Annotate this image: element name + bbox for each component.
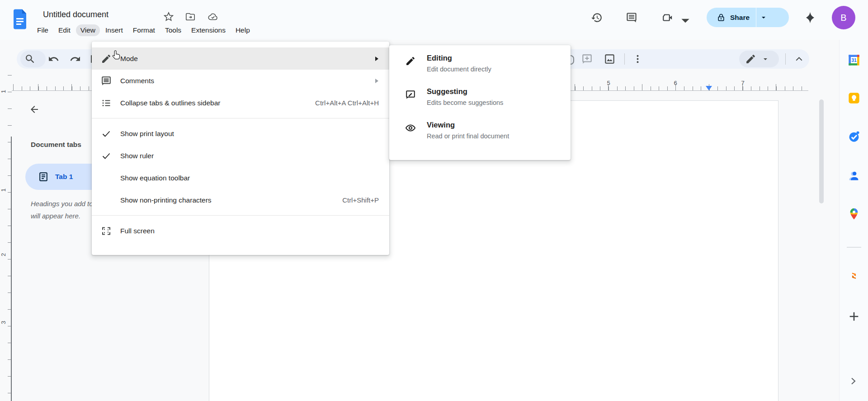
pencil-icon [101, 53, 112, 64]
menubar-item-tools[interactable]: Tools [160, 24, 186, 36]
add-comment-icon[interactable] [581, 53, 593, 65]
back-arrow-icon[interactable] [29, 104, 40, 115]
comments-icon[interactable] [626, 12, 637, 24]
check-icon [101, 151, 112, 161]
share-split-divider [756, 8, 756, 27]
menubar-item-format[interactable]: Format [128, 24, 160, 36]
get-addons-plus-icon[interactable] [848, 310, 860, 323]
submenu-item-description: Edit document directly [427, 66, 491, 73]
google-maps-icon[interactable] [848, 208, 860, 220]
menu-item-collapse-tabs-sidebar[interactable]: Collapse tabs & outlines sidebar Ctrl+Al… [92, 92, 389, 114]
menubar-item-help[interactable]: Help [231, 24, 255, 36]
menu-item-label: Show ruler [120, 152, 154, 160]
submenu-item-suggesting[interactable]: Suggesting Edits become suggestions [389, 82, 571, 115]
ruler-number: 5 [604, 80, 613, 86]
menu-divider [92, 215, 389, 216]
comment-bubble-icon [101, 75, 112, 86]
undo-icon[interactable] [48, 53, 59, 65]
google-calendar-icon[interactable]: 31 [848, 54, 860, 66]
video-call-caret-icon[interactable] [679, 15, 691, 27]
avatar[interactable]: B [832, 6, 855, 29]
submenu-item-description: Read or print final document [427, 132, 509, 140]
version-history-icon[interactable] [591, 12, 603, 24]
tab-document-icon [38, 171, 49, 182]
menu-item-mode[interactable]: Mode [92, 47, 389, 70]
submenu-item-editing[interactable]: Editing Edit document directly [389, 48, 571, 82]
vertical-ruler-margin-line [11, 137, 12, 401]
no-icon [101, 173, 112, 184]
right-indent-marker[interactable] [706, 86, 712, 90]
check-icon [101, 128, 112, 139]
vruler-number: 3 [0, 321, 7, 324]
menu-item-full-screen[interactable]: Full screen [92, 220, 389, 242]
menu-item-label: Full screen [120, 227, 155, 235]
editing-mode-caret-icon[interactable] [763, 57, 768, 62]
menu-divider [92, 118, 389, 118]
suggest-bubble-pencil-icon [405, 89, 416, 100]
redo-icon[interactable] [70, 53, 81, 65]
menu-item-label: Collapse tabs & outlines sidebar [120, 99, 220, 107]
menu-item-shortcut: Ctrl+Shift+P [342, 196, 379, 204]
submenu-item-title: Suggesting [427, 87, 503, 96]
star-icon[interactable] [164, 12, 174, 22]
vruler-number: 2 [0, 253, 7, 256]
hide-side-panel-icon[interactable] [848, 376, 859, 387]
menu-item-show-ruler[interactable]: Show ruler [92, 145, 389, 167]
move-to-folder-icon[interactable] [185, 12, 195, 22]
insert-image-icon[interactable] [604, 53, 615, 65]
share-label: Share [730, 14, 750, 22]
menu-item-show-print-layout[interactable]: Show print layout [92, 123, 389, 145]
google-keep-icon[interactable] [848, 92, 860, 104]
menubar-item-insert[interactable]: Insert [101, 24, 127, 36]
menu-item-label: Show equation toolbar [120, 174, 190, 182]
toc-list-icon [101, 98, 112, 109]
ruler-number: 6 [671, 80, 680, 86]
submenu-item-title: Viewing [427, 121, 509, 129]
toolbar-divider [624, 53, 625, 65]
vruler-number: 1 [0, 90, 7, 93]
toolbar-divider [785, 53, 786, 65]
editing-mode-pencil-icon[interactable] [745, 53, 756, 65]
lock-icon [717, 13, 726, 22]
document-title[interactable]: Untitled document [43, 10, 108, 19]
share-button[interactable]: Share [707, 8, 789, 27]
menubar: File Edit View Insert Format Tools Exten… [33, 24, 255, 36]
no-icon [101, 195, 112, 206]
pencil-icon [405, 56, 416, 66]
menu-item-show-equation-toolbar[interactable]: Show equation toolbar [92, 167, 389, 189]
submenu-arrow-icon [374, 78, 379, 84]
side-panel: 31 [839, 40, 868, 401]
menu-item-show-non-printing-characters[interactable]: Show non-printing characters Ctrl+Shift+… [92, 189, 389, 211]
submenu-item-viewing[interactable]: Viewing Read or print final document [389, 115, 571, 149]
menu-item-label: Comments [120, 77, 154, 85]
header: Untitled document File Edit View Insert … [0, 0, 868, 40]
menubar-item-extensions[interactable]: Extensions [187, 24, 230, 36]
video-call-icon[interactable] [662, 12, 674, 24]
vruler-number: 1 [0, 189, 7, 192]
submenu-item-title: Editing [427, 54, 491, 62]
gemini-sparkle-icon[interactable] [803, 11, 817, 24]
tab-label: Tab 1 [55, 173, 73, 181]
more-options-icon[interactable] [632, 53, 643, 65]
eye-icon [405, 123, 416, 133]
google-contacts-icon[interactable] [848, 169, 860, 182]
cloud-saved-icon [208, 12, 218, 22]
menu-item-comments[interactable]: Comments [92, 70, 389, 92]
submenu-arrow-icon [374, 56, 379, 61]
google-tasks-icon[interactable] [848, 130, 860, 143]
scrollbar-thumb[interactable] [819, 99, 824, 203]
menu-item-label: Mode [120, 55, 138, 63]
document-tabs-heading: Document tabs [31, 141, 81, 149]
submenu-item-description: Edits become suggestions [427, 99, 503, 106]
side-panel-divider [847, 247, 861, 248]
ruler-number: 7 [738, 80, 747, 86]
menubar-item-file[interactable]: File [33, 24, 53, 36]
svg-text:31: 31 [851, 57, 857, 63]
menubar-item-view[interactable]: View [76, 24, 100, 36]
search-icon[interactable] [24, 53, 36, 65]
menu-item-shortcut: Ctrl+Alt+A Ctrl+Alt+H [315, 99, 379, 107]
menubar-item-edit[interactable]: Edit [54, 24, 75, 36]
hide-menus-chevron-icon[interactable] [793, 53, 805, 65]
share-caret-icon[interactable] [761, 15, 766, 20]
addon-icon[interactable] [848, 269, 860, 282]
